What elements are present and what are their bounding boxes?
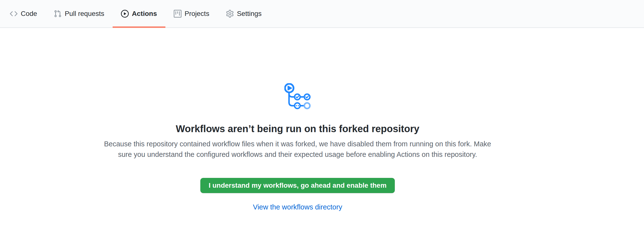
tab-label: Settings: [237, 10, 262, 17]
tab-projects[interactable]: Projects: [166, 0, 218, 28]
code-icon: [10, 10, 18, 18]
description-line-1: Because this repository contained workfl…: [104, 139, 491, 149]
tab-label: Projects: [185, 10, 209, 17]
blankslate-title: Workflows aren’t being run on this forke…: [176, 123, 419, 135]
description-line-2: sure you understand the configured workf…: [104, 149, 491, 160]
view-workflows-directory-link[interactable]: View the workflows directory: [253, 203, 342, 211]
project-board-icon: [174, 10, 182, 18]
git-pull-request-icon: [54, 10, 62, 18]
tab-label: Pull requests: [65, 10, 104, 17]
blankslate-description: Because this repository contained workfl…: [104, 139, 491, 160]
play-circle-icon: [121, 10, 129, 18]
tab-label: Code: [21, 10, 37, 17]
tab-actions[interactable]: Actions: [113, 0, 166, 28]
actions-disabled-blankslate: Workflows aren’t being run on this forke…: [0, 28, 595, 211]
tab-label: Actions: [132, 10, 157, 17]
workflow-graph-icon: [284, 83, 311, 110]
tab-code[interactable]: Code: [2, 0, 46, 28]
gear-icon: [226, 10, 234, 18]
enable-workflows-button[interactable]: I understand my workflows, go ahead and …: [200, 178, 395, 193]
tab-settings[interactable]: Settings: [218, 0, 270, 28]
tab-pull-requests[interactable]: Pull requests: [46, 0, 113, 28]
repo-tab-nav: Code Pull requests Actions Projects Sett…: [0, 0, 644, 28]
